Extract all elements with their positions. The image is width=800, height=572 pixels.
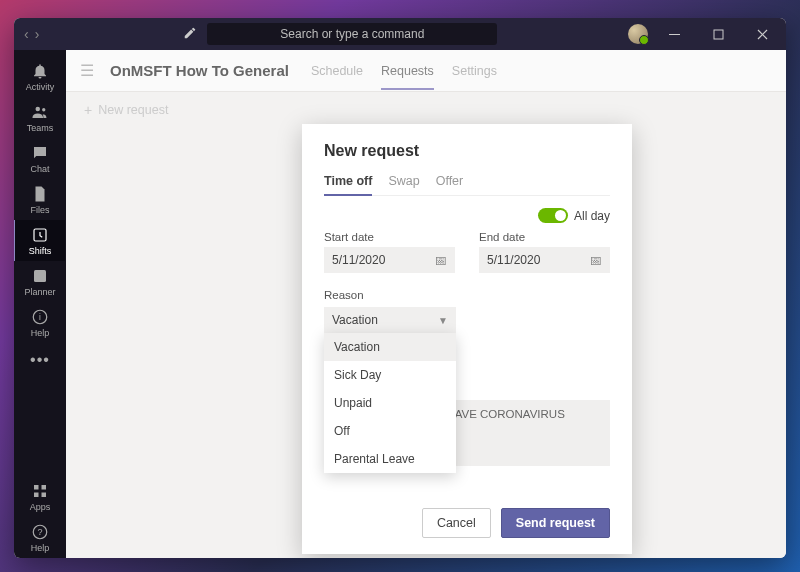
modal-tabs: Time off Swap Offer	[324, 170, 610, 196]
reason-dropdown: Vacation Sick Day Unpaid Off Parental Le…	[324, 333, 456, 473]
channel-title: OnMSFT How To General	[110, 62, 289, 79]
svg-rect-1	[714, 30, 723, 39]
start-date-input[interactable]: 5/11/2020 📅︎	[324, 247, 455, 273]
user-avatar[interactable]	[628, 24, 648, 44]
svg-point-4	[36, 107, 41, 112]
title-bar: ‹ › Search or type a command	[14, 18, 786, 50]
note-textarea[interactable]: I HAVE CORONAVIRUS	[430, 400, 610, 466]
rail-help[interactable]: i Help	[14, 302, 66, 343]
end-date-label: End date	[479, 231, 610, 243]
search-input[interactable]: Search or type a command	[207, 23, 497, 45]
app-window: ‹ › Search or type a command Activity Te…	[14, 18, 786, 558]
rail-teams[interactable]: Teams	[14, 97, 66, 138]
reason-option[interactable]: Sick Day	[324, 361, 456, 389]
top-tabs: Schedule Requests Settings	[311, 52, 497, 90]
hamburger-icon[interactable]: ☰	[80, 61, 94, 80]
rail-planner[interactable]: Planner	[14, 261, 66, 302]
svg-rect-13	[42, 493, 47, 498]
reason-option[interactable]: Parental Leave	[324, 445, 456, 473]
reason-option[interactable]: Off	[324, 417, 456, 445]
reason-option[interactable]: Unpaid	[324, 389, 456, 417]
svg-text:i: i	[39, 313, 41, 322]
calendar-icon: 📅︎	[434, 253, 447, 268]
end-date-input[interactable]: 5/11/2020 📅︎	[479, 247, 610, 273]
svg-text:?: ?	[37, 527, 42, 537]
compose-icon[interactable]	[179, 26, 201, 43]
reason-select[interactable]: Vacation ▼	[324, 307, 456, 333]
rail-shifts[interactable]: Shifts	[14, 220, 65, 261]
planner-icon	[31, 267, 49, 285]
bell-icon	[31, 62, 49, 80]
all-day-label: All day	[574, 209, 610, 223]
modal-tab-offer[interactable]: Offer	[436, 170, 464, 195]
rail-more[interactable]: •••	[30, 343, 50, 377]
main-content: ☰ OnMSFT How To General Schedule Request…	[66, 50, 786, 558]
modal-title: New request	[324, 142, 610, 160]
reason-option[interactable]: Vacation	[324, 333, 456, 361]
close-button[interactable]	[744, 18, 780, 50]
search-placeholder: Search or type a command	[280, 27, 424, 41]
forward-icon[interactable]: ›	[35, 26, 40, 42]
tab-requests[interactable]: Requests	[381, 52, 434, 90]
plus-icon: +	[84, 102, 92, 118]
svg-rect-12	[34, 493, 39, 498]
all-day-toggle[interactable]	[538, 208, 568, 223]
rail-files[interactable]: Files	[14, 179, 66, 220]
svg-rect-11	[42, 485, 47, 490]
chat-icon	[31, 144, 49, 162]
back-icon[interactable]: ‹	[24, 26, 29, 42]
modal-tab-timeoff[interactable]: Time off	[324, 170, 372, 196]
minimize-button[interactable]	[656, 18, 692, 50]
new-request-modal: New request Time off Swap Offer All day …	[302, 124, 632, 554]
app-rail: Activity Teams Chat Files Shifts Planner	[14, 50, 66, 558]
help-circle-icon: ?	[31, 523, 49, 541]
rail-help-bottom[interactable]: ? Help	[14, 517, 66, 558]
tab-settings[interactable]: Settings	[452, 52, 497, 90]
teams-icon	[31, 103, 49, 121]
shifts-icon	[31, 226, 49, 244]
apps-icon	[31, 482, 49, 500]
send-request-button[interactable]: Send request	[501, 508, 610, 538]
svg-rect-0	[669, 34, 680, 35]
start-date-label: Start date	[324, 231, 455, 243]
help-icon: i	[31, 308, 49, 326]
rail-chat[interactable]: Chat	[14, 138, 66, 179]
tab-schedule[interactable]: Schedule	[311, 52, 363, 90]
cancel-button[interactable]: Cancel	[422, 508, 491, 538]
rail-apps[interactable]: Apps	[14, 476, 66, 517]
maximize-button[interactable]	[700, 18, 736, 50]
calendar-icon: 📅︎	[589, 253, 602, 268]
content-header: ☰ OnMSFT How To General Schedule Request…	[66, 50, 786, 92]
files-icon	[31, 185, 49, 203]
rail-activity[interactable]: Activity	[14, 56, 66, 97]
history-nav: ‹ ›	[14, 26, 49, 42]
new-request-link[interactable]: + New request	[66, 92, 786, 128]
reason-label: Reason	[324, 289, 364, 301]
svg-point-5	[42, 108, 45, 111]
chevron-down-icon: ▼	[438, 315, 448, 326]
modal-tab-swap[interactable]: Swap	[388, 170, 419, 195]
svg-rect-10	[34, 485, 39, 490]
svg-rect-7	[34, 270, 46, 282]
